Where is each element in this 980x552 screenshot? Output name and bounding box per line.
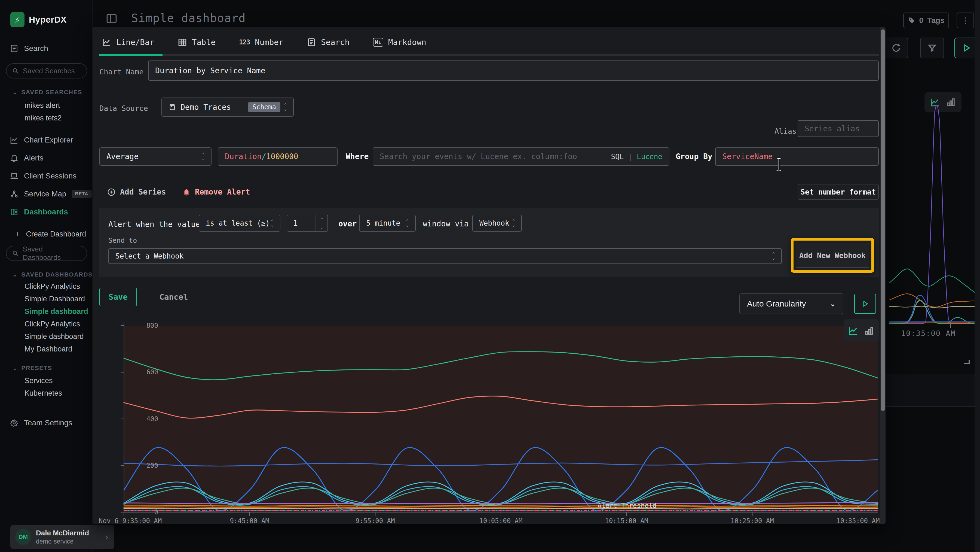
aggregation-select[interactable]: Average ⌃⌄ [99, 147, 212, 166]
saved-search-item[interactable]: mikes tets2 [24, 114, 62, 122]
series-alias-input[interactable] [798, 120, 879, 137]
granularity-select[interactable]: Auto Granularity ⌄ [739, 294, 843, 314]
kebab-menu-button[interactable]: ⋮ [956, 13, 974, 28]
tab-line-bar[interactable]: Line/Bar [99, 35, 158, 49]
saved-dashboards-header[interactable]: ⌄ SAVED DASHBOARDS [13, 271, 92, 278]
saved-search-item[interactable]: mikes alert [24, 101, 60, 110]
add-new-webhook-button[interactable]: Add New Webhook [796, 243, 869, 268]
sidebar-item-search[interactable]: Search [0, 41, 92, 56]
refresh-button[interactable] [884, 38, 908, 58]
dashboard-grid-icon [10, 207, 19, 216]
alert-condition-select[interactable]: is at least (≥) ⌃⌄ [199, 215, 280, 231]
where-search-input[interactable]: SQL | Lucene [373, 147, 670, 166]
page-title: Simple dashboard [131, 11, 246, 25]
data-source-value: Demo Traces [180, 103, 231, 112]
chart-name-label: Chart Name [99, 67, 144, 76]
number-stepper-arrows[interactable]: ⌃⌄ [315, 215, 328, 231]
panel-resize-handle[interactable] [964, 360, 970, 364]
webhook-select[interactable]: Select a Webhook ⌃⌄ [108, 248, 782, 264]
alert-channel-select[interactable]: Webhook ⌃⌄ [472, 215, 522, 231]
formula-input[interactable]: Duration/1000000 [218, 147, 337, 166]
y-tick-label: 400 [134, 415, 158, 423]
send-to-label: Send to [108, 236, 137, 244]
tags-count: 0 [919, 16, 924, 25]
saved-dashboard-item[interactable]: ClickPy Analytics [24, 282, 80, 291]
query-language-toggle[interactable]: SQL | Lucene [611, 153, 662, 161]
saved-dashboard-item[interactable]: Simple dashboard [24, 307, 88, 316]
group-by-input[interactable]: ServiceName [715, 147, 879, 166]
select-chevrons-icon: ⌃⌄ [202, 153, 204, 161]
cancel-button[interactable]: Cancel [154, 291, 193, 303]
saved-dashboard-item[interactable]: My Dashboard [24, 345, 72, 353]
y-tick-label: 0 [134, 508, 158, 516]
bg-chart-x-tick: 10:35:00 AM [901, 329, 956, 338]
saved-searches-header[interactable]: ⌄ SAVED SEARCHES [13, 89, 82, 96]
lucene-toggle[interactable]: Lucene [637, 153, 662, 161]
x-tick-label: 10:25:00 AM [731, 517, 774, 525]
sidebar-item-alerts[interactable]: Alerts [0, 150, 92, 166]
select-chevrons-icon: ⌃⌄ [512, 219, 515, 227]
sidebar-item-dashboards[interactable]: Dashboards [0, 204, 92, 220]
bell-icon [10, 154, 19, 163]
tags-label: Tags [927, 16, 944, 25]
markdown-icon: M↓ [373, 38, 383, 46]
chart-name-input[interactable] [148, 61, 879, 81]
select-chevrons-icon: ⌃⌄ [284, 103, 286, 111]
tag-icon [908, 17, 915, 24]
magnifier-icon [12, 250, 19, 257]
bell-icon [182, 188, 191, 196]
sidebar-item-team-settings[interactable]: Team Settings [0, 415, 92, 431]
tab-search[interactable]: Search [304, 35, 353, 49]
sidebar-item-client-sessions[interactable]: Client Sessions [0, 168, 92, 183]
preset-item[interactable]: Kubernetes [24, 389, 62, 397]
tab-underline-track [99, 54, 879, 56]
sidebar-item-service-map[interactable]: Service Map BETA [0, 187, 92, 202]
tab-number[interactable]: 123 Number [236, 35, 286, 49]
saved-dashboard-item[interactable]: Simple Dashboard [24, 295, 85, 303]
y-tick-label: 200 [134, 462, 158, 469]
sql-toggle[interactable]: SQL [611, 153, 624, 161]
x-tick-label: 9:45:00 AM [230, 517, 269, 525]
alias-label: Alias [775, 127, 797, 136]
tab-table[interactable]: Table [175, 35, 219, 49]
sidebar-collapse-button[interactable] [106, 13, 118, 24]
chart-type-toggle[interactable] [844, 319, 879, 342]
saved-dashboard-item[interactable]: ClickPy Analytics [24, 320, 80, 328]
tags-button[interactable]: 0 Tags [903, 13, 949, 28]
saved-searches-input[interactable]: Saved Searches [6, 63, 87, 78]
text-cursor [775, 157, 783, 172]
alert-intro-text: Alert when the value [108, 220, 200, 229]
filter-button[interactable] [920, 38, 944, 58]
modal-scrollbar-thumb[interactable] [881, 29, 885, 411]
create-dashboard-button[interactable]: + Create Dashboard [15, 230, 86, 239]
presets-header[interactable]: ⌄ PRESETS [13, 365, 52, 372]
save-button[interactable]: Save [99, 288, 137, 306]
tab-markdown[interactable]: M↓ Markdown [370, 35, 430, 49]
sidebar-item-chart-explorer[interactable]: Chart Explorer [0, 132, 92, 148]
preset-item[interactable]: Services [24, 377, 53, 385]
set-number-format-button[interactable]: Set number format [798, 184, 879, 200]
alert-window-select[interactable]: 5 minute ⌃⌄ [359, 215, 416, 231]
remove-alert-button[interactable]: Remove Alert [182, 187, 250, 196]
add-series-button[interactable]: Add Series [107, 187, 166, 196]
user-menu[interactable]: DM Dale McDiarmid demo-service - › [10, 525, 115, 549]
alert-threshold-input[interactable]: 1 ⌃⌄ [286, 215, 328, 231]
chevron-down-icon: ⌄ [13, 271, 18, 278]
where-label: Where [346, 152, 369, 161]
alert-config-panel: Alert when the value is at least (≥) ⌃⌄ … [99, 208, 879, 277]
filter-icon [927, 43, 937, 53]
app-logo[interactable]: ⚡ HyperDX [10, 12, 67, 27]
group-by-value: ServiceName [722, 152, 773, 161]
saved-dashboards-input[interactable]: Saved Dashboards [6, 246, 87, 261]
user-name: Dale McDiarmid [36, 529, 89, 537]
saved-dashboard-item[interactable]: Simple dashboard [24, 332, 84, 341]
saved-searches-placeholder: Saved Searches [23, 67, 75, 75]
hyperdx-logo-icon: ⚡ [10, 12, 24, 27]
sidebar: ⚡ HyperDX Search Saved Searches ⌄ SAVED … [0, 0, 92, 552]
run-query-button[interactable] [854, 294, 876, 314]
x-tick-label: 9:55:00 AM [356, 517, 395, 525]
x-tick-label: 10:35:00 AM [836, 517, 880, 525]
data-source-select[interactable]: Demo Traces Schema ⌃⌄ [161, 97, 294, 116]
select-chevrons-icon: ⌃⌄ [772, 252, 775, 260]
select-chevrons-icon: ⌃⌄ [271, 219, 273, 227]
